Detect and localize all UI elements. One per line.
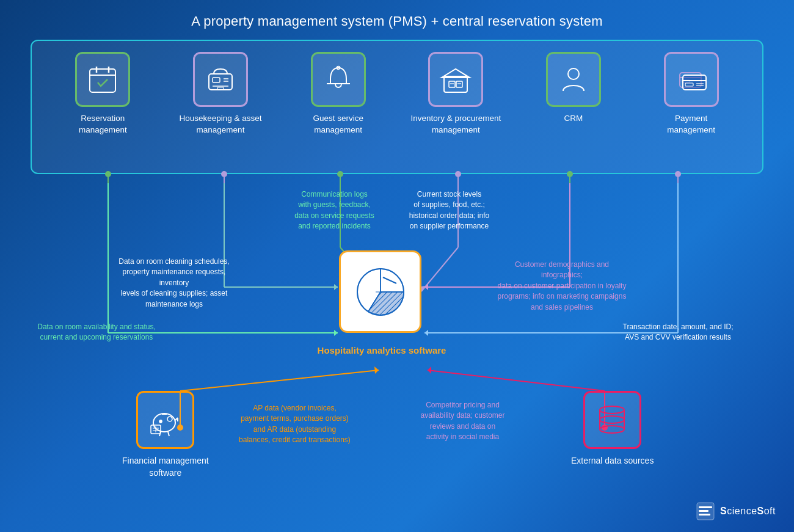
module-crm: CRM [525,52,622,125]
external-icon-wrap [583,391,641,449]
analytics-box [339,250,421,333]
crm-label: CRM [564,113,583,125]
svg-marker-47 [334,284,338,290]
svg-rect-90 [699,510,708,512]
svg-rect-22 [683,75,706,90]
housekeeping-label: Housekeeping & assetmanagement [179,113,261,136]
svg-rect-15 [456,81,462,87]
sciencesoft-icon [696,501,715,521]
crm-icon-wrap [546,52,601,107]
module-reservation: Reservationmanagement [54,52,151,136]
svg-marker-50 [424,284,428,290]
svg-point-84 [600,416,624,423]
inventory-label: Inventory & procurementmanagement [410,113,501,136]
reservation-icon [86,63,119,96]
svg-marker-64 [428,366,431,374]
module-payment: Paymentmanagement [643,52,740,136]
sciencesoft-logo: ScienceSoft [696,501,776,521]
reservation-data-text: Data on room availability and status,cur… [35,322,158,343]
svg-rect-91 [699,514,710,516]
financial-label: Financial managementsoftware [122,455,209,479]
svg-rect-14 [449,81,455,87]
svg-marker-56 [424,330,428,336]
svg-point-81 [600,406,624,414]
housekeeping-icon-wrap [193,52,248,107]
guest-service-label: Guest servicemanagement [313,113,363,136]
inventory-icon [439,63,472,96]
svg-line-67 [383,277,396,283]
main-title: A property management system (PMS) + cen… [0,0,794,29]
svg-rect-12 [444,76,467,92]
guest-service-data-text: Communication logswith guests, feedback,… [281,189,388,232]
svg-rect-0 [90,69,115,92]
payment-icon-wrap [664,52,719,107]
svg-line-59 [180,370,379,391]
svg-point-87 [600,426,624,433]
reservation-icon-wrap [75,52,130,107]
svg-line-74 [168,432,169,436]
bottom-financial: Financial managementsoftware [122,391,209,479]
financial-data-text: AP data (vendor invoices,payment terms, … [235,403,354,446]
svg-marker-60 [374,366,379,374]
svg-line-43 [421,247,458,291]
svg-line-63 [428,370,605,391]
pms-box: Reservationmanagement Housekeeping & ass… [31,40,763,174]
housekeeping-data-text: Data on room cleaning schedules,property… [113,257,235,310]
modules-row: Reservationmanagement Housekeeping & ass… [32,41,762,136]
payment-label: Paymentmanagement [667,113,715,136]
reservation-label: Reservationmanagement [79,113,127,136]
guest-service-icon-wrap [311,52,366,107]
crm-icon [557,63,590,96]
svg-rect-89 [699,506,712,508]
inventory-data-text: Current stock levelsof supplies, food, e… [396,189,503,232]
analytics-label: Hospitality analytics software [299,345,464,355]
svg-marker-53 [334,330,338,336]
analytics-pie-icon [350,261,411,322]
external-label: External data sources [571,455,654,467]
financial-icon [147,402,184,439]
svg-point-70 [167,417,172,421]
guest-service-icon [322,63,355,96]
housekeeping-icon [204,63,237,96]
svg-point-18 [568,68,579,79]
crm-data-text: Customer demographics and infographics;d… [495,260,629,313]
sciencesoft-text: ScienceSoft [720,506,776,517]
financial-icon-wrap [136,391,194,449]
svg-rect-5 [213,78,220,82]
external-data-text: Competitor pricing andavailability data;… [406,400,519,443]
payment-icon [675,63,708,96]
module-guest-service: Guest servicemanagement [290,52,387,136]
inventory-icon-wrap [428,52,483,107]
module-inventory: Inventory & procurementmanagement [407,52,504,136]
svg-point-75 [159,420,162,423]
svg-point-69 [153,414,175,432]
external-icon [592,400,632,440]
payment-data-text: Transaction date, amount, and ID;AVS and… [614,322,742,343]
bottom-external: External data sources [571,391,654,467]
module-housekeeping: Housekeeping & assetmanagement [172,52,269,136]
